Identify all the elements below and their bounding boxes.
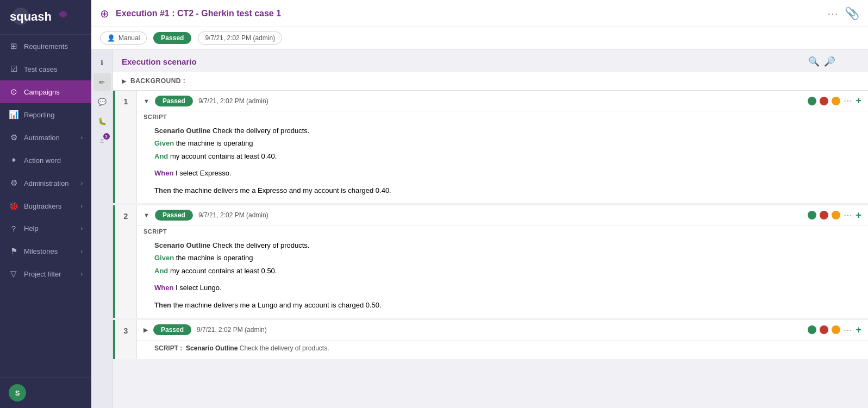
scenario-number-2: 2 — [115, 205, 137, 318]
then-line-2: Then the machine delivers me a Lungo and… — [154, 299, 859, 311]
edit-icon-button[interactable]: ✏ — [93, 73, 111, 91]
sidebar-item-label: Help — [24, 224, 39, 233]
background-chevron-icon: ▶ — [122, 78, 126, 85]
scenario-search-controls: 🔍 🔎 — [808, 56, 835, 67]
scenario-status-button-2[interactable]: Passed — [155, 210, 193, 221]
sidebar-item-test-cases[interactable]: ☑ Test cases — [0, 58, 91, 80]
sidebar-item-action-word[interactable]: ✦ Action word — [0, 149, 91, 172]
sidebar-item-label: Test cases — [24, 65, 57, 73]
sidebar-item-bugtrackers[interactable]: 🐞 Bugtrackers › — [0, 194, 91, 217]
status-green-2[interactable] — [808, 211, 816, 219]
sidebar-item-campaigns[interactable]: ⊙ Campaigns — [0, 80, 91, 103]
info-icon-button[interactable]: ℹ — [93, 54, 111, 71]
execution-meta-bar: 👤 Manual Passed 9/7/21, 2:02 PM (admin) — [91, 27, 868, 49]
scenario-number-1: 1 — [115, 91, 137, 203]
scenario-timestamp-3: 9/7/21, 2:02 PM (admin) — [197, 326, 802, 334]
sidebar-item-administration[interactable]: ⚙ Administration › — [0, 172, 91, 194]
scenario-inner-1: ▼ Passed 9/7/21, 2:02 PM (admin) ⋯ + SCR… — [137, 91, 868, 203]
status-red-3[interactable] — [820, 325, 828, 334]
attach-button[interactable]: 📎 — [845, 7, 859, 21]
automation-icon: ⚙ — [9, 133, 18, 142]
sidebar-item-project-filter[interactable]: ▽ Project filter › — [0, 262, 91, 285]
scenario-block-1: 1 ▼ Passed 9/7/21, 2:02 PM (admin) ⋯ + — [113, 91, 868, 203]
requirements-icon: ⊞ — [9, 41, 18, 51]
scenario-status-button-3[interactable]: Passed — [153, 324, 191, 335]
scenario-outline-line: Scenario Outline Check the delivery of p… — [154, 124, 859, 137]
execution-scenario-title: Execution scenario — [122, 57, 197, 66]
scenario-chevron-2[interactable]: ▼ — [143, 212, 149, 218]
more-options-1[interactable]: ⋯ — [844, 96, 852, 106]
list-icon-button[interactable]: ≡ 3 — [93, 132, 111, 149]
status-button[interactable]: Passed — [153, 32, 191, 44]
sidebar-item-label: Automation — [24, 134, 60, 142]
add-button-1[interactable]: + — [855, 95, 861, 106]
blank-line-2b — [154, 294, 859, 299]
topbar: ⊕ Execution #1 : CT2 - Gherkin test case… — [91, 0, 868, 27]
add-button-2[interactable]: + — [855, 210, 861, 221]
script-label-1: SCRIPT — [137, 111, 868, 120]
execution-scenario-header: Execution scenario 🔍 🔎 — [113, 49, 868, 72]
keyword-given-2: Given — [154, 254, 174, 262]
more-options-button[interactable]: ⋯ — [827, 7, 838, 20]
status-yellow-1[interactable] — [832, 97, 840, 105]
svg-text:squash: squash — [10, 10, 52, 23]
test-cases-icon: ☑ — [9, 64, 18, 74]
page-title: Execution #1 : CT2 - Gherkin test case 1 — [116, 9, 821, 18]
status-green-1[interactable] — [808, 97, 816, 105]
status-red-2[interactable] — [820, 211, 828, 219]
sidebar-item-reporting[interactable]: 📊 Reporting — [0, 103, 91, 126]
keyword-when-2: When — [154, 284, 173, 292]
action-word-icon: ✦ — [9, 155, 18, 165]
sidebar-item-label: Campaigns — [24, 88, 60, 96]
comment-icon-button[interactable]: 💬 — [93, 93, 111, 110]
chevron-right-icon: › — [81, 271, 83, 277]
avatar[interactable]: S — [9, 384, 26, 401]
scenario-status-button-1[interactable]: Passed — [155, 96, 193, 106]
sidebar-item-label: Administration — [24, 179, 68, 187]
campaigns-icon: ⊙ — [9, 87, 18, 97]
scenario-chevron-3[interactable]: ▶ — [143, 327, 148, 334]
more-options-3[interactable]: ⋯ — [844, 325, 852, 335]
add-button-3[interactable]: + — [855, 324, 861, 336]
sidebar-item-milestones[interactable]: ⚑ Milestones › — [0, 240, 91, 262]
back-button[interactable]: ⊕ — [100, 7, 109, 20]
sidebar-item-requirements[interactable]: ⊞ Requirements — [0, 35, 91, 58]
sidebar-item-label: Action word — [24, 156, 61, 165]
when-line: When I select Expresso. — [154, 167, 859, 179]
more-options-2[interactable]: ⋯ — [844, 210, 852, 221]
sidebar-item-label: Reporting — [24, 111, 54, 119]
chevron-right-icon: › — [81, 203, 83, 209]
keyword-given: Given — [154, 139, 174, 147]
bug-icon-button[interactable]: 🐛 — [93, 112, 111, 130]
status-yellow-2[interactable] — [832, 211, 840, 219]
sidebar-item-label: Project filter — [24, 270, 61, 278]
sidebar-navigation: ⊞ Requirements ☑ Test cases ⊙ Campaigns … — [0, 35, 91, 377]
sidebar-item-help[interactable]: ? Help › — [0, 217, 91, 240]
search-icon[interactable]: 🔍 — [808, 56, 820, 67]
main-content: ⊕ Execution #1 : CT2 - Gherkin test case… — [91, 0, 868, 408]
status-red-1[interactable] — [820, 97, 828, 105]
chevron-right-icon: › — [81, 225, 83, 231]
scenario-inner-3: ▶ Passed 9/7/21, 2:02 PM (admin) ⋯ + SCR… — [137, 320, 868, 359]
zoom-out-icon[interactable]: 🔎 — [824, 56, 835, 67]
given-line-2: Given the machine is operating — [154, 252, 859, 264]
sidebar-item-automation[interactable]: ⚙ Automation › — [0, 126, 91, 149]
chevron-right-icon: › — [81, 135, 83, 141]
scenario-actions-2: ⋯ + — [808, 210, 861, 221]
keyword-then: Then — [154, 186, 171, 194]
status-green-3[interactable] — [808, 325, 816, 334]
chevron-right-icon: › — [81, 248, 83, 254]
given-line: Given the machine is operating — [154, 137, 859, 149]
project-filter-icon: ▽ — [9, 269, 18, 279]
script-inline-label: SCRIPT : — [154, 344, 184, 352]
scenario-chevron-1[interactable]: ▼ — [143, 98, 149, 104]
administration-icon: ⚙ — [9, 178, 18, 188]
blank-line — [154, 162, 859, 167]
sidebar-footer: S — [0, 377, 91, 408]
scenario-inline-rest: Check the delivery of products. — [240, 344, 329, 352]
status-yellow-3[interactable] — [832, 325, 840, 334]
scenario-outline-line-2: Scenario Outline Check the delivery of p… — [154, 239, 859, 252]
help-icon: ? — [9, 224, 18, 233]
bugtrackers-icon: 🐞 — [9, 201, 18, 211]
background-row[interactable]: ▶ BACKGROUND : — [113, 72, 868, 91]
